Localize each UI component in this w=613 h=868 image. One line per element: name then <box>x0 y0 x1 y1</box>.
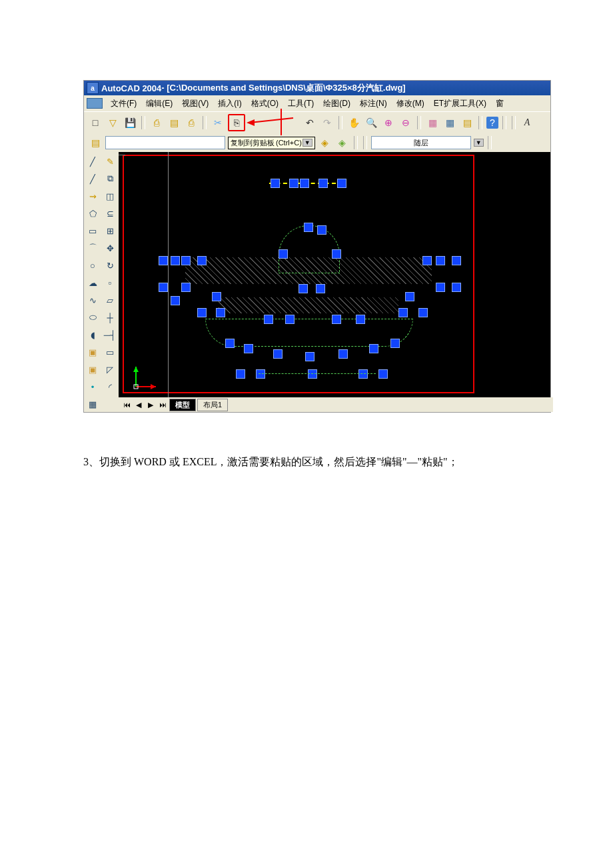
grip[interactable] <box>390 339 400 348</box>
scale-icon[interactable]: ▫ <box>103 276 117 289</box>
fillet-icon[interactable]: ◜ <box>103 380 117 393</box>
publish-icon[interactable]: ⎙ <box>184 115 199 130</box>
layers-icon[interactable]: ▤ <box>88 135 103 150</box>
dropdown-icon[interactable]: ▼ <box>474 139 484 147</box>
grip[interactable] <box>285 315 295 324</box>
tab-prev-icon[interactable]: ◀ <box>133 399 144 410</box>
mblock-icon[interactable]: ▣ <box>86 363 99 376</box>
grip[interactable] <box>289 179 299 188</box>
tab-next-icon[interactable]: ▶ <box>145 399 156 410</box>
menu-view[interactable]: 视图(V) <box>179 98 211 109</box>
menu-format[interactable]: 格式(O) <box>249 98 281 109</box>
grip[interactable] <box>225 339 235 348</box>
print-icon[interactable]: ⎙ <box>149 115 164 130</box>
grip[interactable] <box>244 344 253 353</box>
dcenter-icon[interactable]: ▦ <box>442 115 457 130</box>
plot-icon[interactable]: ▤ <box>167 115 181 130</box>
grip[interactable] <box>181 283 191 292</box>
grip[interactable] <box>308 369 317 379</box>
menu-tools[interactable]: 工具(T) <box>285 98 316 109</box>
grip[interactable] <box>405 292 414 301</box>
line-icon[interactable]: ╱ <box>86 155 99 168</box>
grip[interactable] <box>332 249 341 259</box>
tab-model[interactable]: 模型 <box>169 399 196 411</box>
grip[interactable] <box>422 256 432 265</box>
grip[interactable] <box>197 308 207 317</box>
redo-icon[interactable]: ↷ <box>320 115 334 130</box>
grip[interactable] <box>398 308 408 317</box>
grip[interactable] <box>159 256 168 265</box>
grip[interactable] <box>216 308 225 317</box>
grip[interactable] <box>304 223 313 232</box>
stretch-icon[interactable]: ▱ <box>103 293 117 307</box>
array-icon[interactable]: ⊞ <box>103 224 117 237</box>
grip[interactable] <box>273 349 283 359</box>
pline-icon[interactable]: ⇝ <box>86 189 99 203</box>
menu-modify[interactable]: 修改(M) <box>394 98 427 109</box>
undo-icon[interactable]: ↶ <box>303 115 317 130</box>
revcloud-icon[interactable]: ☁ <box>86 276 99 289</box>
point-icon[interactable]: • <box>86 380 99 393</box>
mirror-icon[interactable]: ◫ <box>103 189 117 203</box>
circle-icon[interactable]: ○ <box>86 259 99 272</box>
zoom-prev-icon[interactable]: ⊖ <box>398 115 413 130</box>
grip[interactable] <box>305 352 314 361</box>
arc-icon[interactable]: ⌒ <box>86 241 99 255</box>
grip[interactable] <box>197 256 207 265</box>
extend-icon[interactable]: ─┤ <box>103 328 117 341</box>
spline-icon[interactable]: ∿ <box>86 293 99 307</box>
rectangle-icon[interactable]: ▭ <box>86 224 99 237</box>
pan-icon[interactable]: ✋ <box>346 115 361 130</box>
open-icon[interactable]: ▽ <box>105 115 120 130</box>
trim-icon[interactable]: ┼ <box>103 311 117 324</box>
grip[interactable] <box>358 369 368 379</box>
copy-icon[interactable]: ⎘ <box>228 114 245 131</box>
linetype-dropdown[interactable]: 随层 <box>371 136 471 149</box>
chamfer-icon[interactable]: ◸ <box>103 363 117 376</box>
layer-state-icon[interactable]: ◈ <box>335 135 350 150</box>
grip[interactable] <box>300 179 309 188</box>
props-icon[interactable]: ▦ <box>425 115 440 130</box>
cut-icon[interactable]: ✂ <box>211 115 225 130</box>
grip[interactable] <box>212 292 221 301</box>
grip[interactable] <box>299 284 308 293</box>
dropdown-icon[interactable]: ▼ <box>303 139 312 147</box>
erase-icon[interactable]: ✎ <box>103 155 117 168</box>
menu-edit[interactable]: 编辑(E) <box>143 98 175 109</box>
model-space[interactable]: ⏮ ◀ ▶ ⏭ 模型 布局1 <box>119 152 550 412</box>
grip[interactable] <box>452 256 461 265</box>
menu-et[interactable]: ET扩展工具(X) <box>431 98 489 109</box>
menu-file[interactable]: 文件(F) <box>108 98 139 109</box>
tab-first-icon[interactable]: ⏮ <box>121 399 132 410</box>
tab-layout1[interactable]: 布局1 <box>197 399 228 411</box>
grip[interactable] <box>436 256 445 265</box>
grip[interactable] <box>338 349 348 359</box>
grip[interactable] <box>171 296 180 305</box>
layer-dropdown[interactable] <box>105 136 225 149</box>
grip[interactable] <box>159 283 168 292</box>
grip[interactable] <box>332 315 341 324</box>
grip[interactable] <box>181 256 191 265</box>
grip[interactable] <box>436 283 445 292</box>
tab-last-icon[interactable]: ⏭ <box>157 399 168 410</box>
grip[interactable] <box>271 179 280 188</box>
zoom-rt-icon[interactable]: 🔍 <box>364 115 378 130</box>
ellipse-icon[interactable]: ⬭ <box>86 311 99 324</box>
grip[interactable] <box>236 369 245 379</box>
grip[interactable] <box>369 344 378 353</box>
xline-icon[interactable]: ╱ <box>86 172 99 185</box>
copy-obj-icon[interactable]: ⧉ <box>103 172 117 185</box>
grip[interactable] <box>452 283 461 292</box>
grip[interactable] <box>356 315 365 324</box>
move-icon[interactable]: ✥ <box>103 241 117 255</box>
help-icon[interactable]: ? <box>486 117 498 129</box>
grip[interactable] <box>264 315 273 324</box>
earc-icon[interactable]: ◖ <box>86 328 99 341</box>
polygon-icon[interactable]: ⬠ <box>86 207 99 220</box>
grip[interactable] <box>378 369 388 379</box>
menu-window[interactable]: 窗 <box>493 98 506 109</box>
break-icon[interactable]: ▭ <box>103 345 117 359</box>
new-icon[interactable]: □ <box>88 115 103 130</box>
layer-prev-icon[interactable]: ◈ <box>318 135 332 150</box>
grip[interactable] <box>171 256 180 265</box>
